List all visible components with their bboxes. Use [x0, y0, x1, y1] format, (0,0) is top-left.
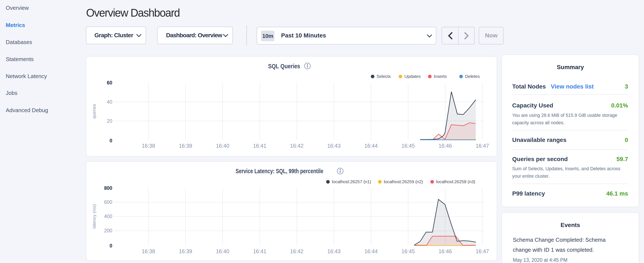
svg-text:16:44: 16:44: [364, 143, 378, 149]
svg-text:60: 60: [107, 80, 112, 86]
svg-text:800: 800: [104, 185, 112, 191]
svg-text:16:42: 16:42: [290, 143, 304, 149]
svg-text:16:44: 16:44: [364, 248, 378, 254]
svg-text:40: 40: [107, 99, 112, 105]
svg-text:16:41: 16:41: [253, 143, 266, 149]
svg-text:queries: queries: [92, 104, 96, 119]
svg-text:16:43: 16:43: [327, 143, 340, 149]
svg-text:16:39: 16:39: [179, 248, 192, 254]
svg-text:16:40: 16:40: [216, 143, 230, 149]
svg-text:16:38: 16:38: [142, 248, 155, 254]
svg-text:16:40: 16:40: [216, 248, 230, 254]
svg-text:16:39: 16:39: [179, 143, 192, 149]
svg-text:16:42: 16:42: [290, 248, 304, 254]
svg-text:20: 20: [107, 118, 112, 124]
svg-text:16:46: 16:46: [438, 143, 452, 149]
svg-text:16:47: 16:47: [476, 248, 489, 254]
svg-text:200: 200: [104, 228, 112, 233]
svg-text:600: 600: [104, 199, 112, 205]
svg-text:16:46: 16:46: [438, 248, 452, 254]
svg-text:latency (ms): latency (ms): [92, 204, 96, 228]
svg-text:0: 0: [110, 243, 112, 248]
svg-text:16:45: 16:45: [402, 143, 415, 149]
svg-text:400: 400: [104, 214, 112, 219]
svg-text:16:41: 16:41: [253, 248, 266, 254]
svg-text:0: 0: [110, 138, 112, 143]
svg-text:16:45: 16:45: [402, 248, 415, 254]
svg-text:16:38: 16:38: [142, 143, 155, 149]
svg-text:16:43: 16:43: [327, 248, 340, 254]
svg-text:16:47: 16:47: [476, 143, 489, 149]
